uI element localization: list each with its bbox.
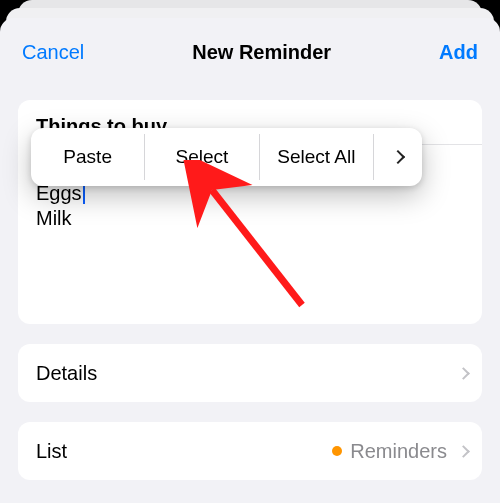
chevron-right-icon (391, 150, 405, 164)
list-row[interactable]: List Reminders (18, 422, 482, 480)
select-button[interactable]: Select (145, 128, 258, 186)
new-reminder-sheet: Cancel New Reminder Add Things to buy Br… (0, 18, 500, 503)
notes-line: Milk (36, 206, 464, 232)
chevron-right-icon (457, 367, 470, 380)
paste-button[interactable]: Paste (31, 128, 144, 186)
page-title: New Reminder (192, 41, 331, 64)
select-all-button[interactable]: Select All (260, 128, 373, 186)
list-color-dot-icon (332, 446, 342, 456)
list-label: List (36, 440, 67, 463)
cancel-button[interactable]: Cancel (22, 41, 84, 64)
list-value: Reminders (350, 440, 447, 463)
details-label: Details (36, 362, 97, 385)
sheet-header: Cancel New Reminder Add (0, 32, 500, 72)
more-menu-button[interactable] (374, 128, 422, 186)
row-accessory: Reminders (332, 440, 468, 463)
details-row[interactable]: Details (18, 344, 482, 402)
chevron-right-icon (457, 445, 470, 458)
text-edit-menu: Paste Select Select All (31, 128, 422, 186)
add-button[interactable]: Add (439, 41, 478, 64)
row-accessory (455, 369, 468, 378)
